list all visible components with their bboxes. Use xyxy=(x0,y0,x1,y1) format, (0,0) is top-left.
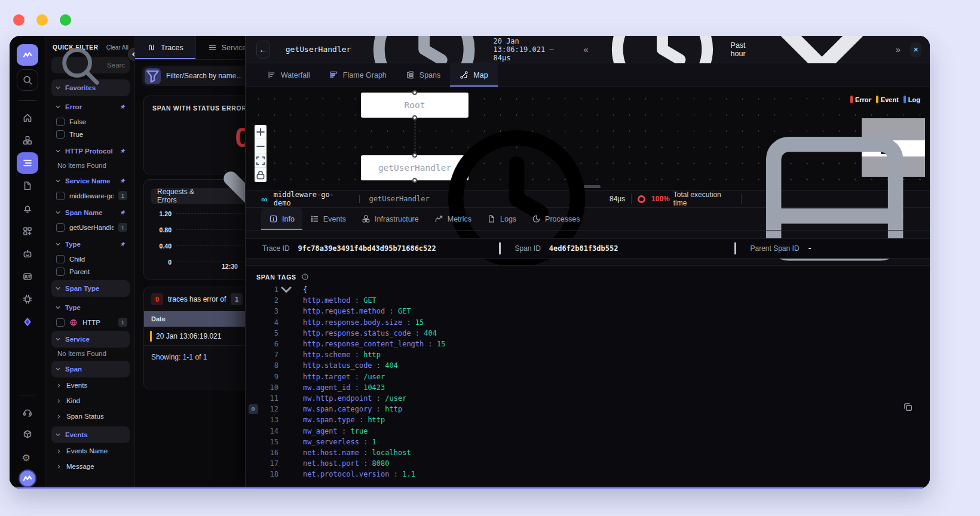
y-axis-tick: 0 xyxy=(151,259,172,266)
rail-divider xyxy=(19,395,36,395)
filter-group-http-protocol[interactable]: HTTP Protocol xyxy=(51,143,130,159)
service-name[interactable]: middleware-go-demo xyxy=(274,191,350,207)
checkbox[interactable] xyxy=(56,318,65,327)
filter-search-input[interactable] xyxy=(107,62,125,69)
pin-icon[interactable] xyxy=(120,148,126,155)
lock-button[interactable] xyxy=(255,168,267,182)
zoom-in-button[interactable] xyxy=(255,125,267,139)
fit-view-button[interactable] xyxy=(255,153,267,168)
code-line: 3http.request.method : GET xyxy=(246,306,930,317)
gear-icon[interactable]: ⚙ xyxy=(249,404,258,414)
tab-infrastructure[interactable]: Infrastructure xyxy=(354,208,427,230)
rail-item-install[interactable] xyxy=(17,424,38,446)
filter-group-span[interactable]: Span xyxy=(51,361,130,377)
tab-events[interactable]: Events xyxy=(302,208,354,230)
filter-subgroup-kind[interactable]: Kind xyxy=(51,393,130,408)
id-label: Parent Span ID xyxy=(751,244,800,253)
checkbox[interactable] xyxy=(56,223,65,232)
zoom-out-button[interactable] xyxy=(255,139,267,153)
copy-icon[interactable] xyxy=(903,402,913,412)
clear-all-button[interactable]: Clear All xyxy=(106,44,128,51)
filter-group-span-type[interactable]: Span Type xyxy=(51,280,130,297)
rail-item-search[interactable] xyxy=(17,69,38,91)
tab-metrics[interactable]: Metrics xyxy=(427,208,479,230)
rail-item-ai[interactable] xyxy=(17,311,38,333)
pin-icon[interactable] xyxy=(120,241,126,248)
minimize-window-button[interactable] xyxy=(36,14,48,26)
pin-icon[interactable] xyxy=(120,104,126,110)
tag-value: 404 xyxy=(385,361,398,370)
rail-item-account[interactable] xyxy=(19,469,36,487)
tab-label: Flame Graph xyxy=(343,71,387,79)
filter-subgroup-span-status[interactable]: Span Status xyxy=(51,408,130,424)
tab-logs[interactable]: Logs xyxy=(479,208,524,230)
filter-group-span-name[interactable]: Span Name xyxy=(51,204,130,221)
next-trace-button[interactable]: » xyxy=(895,44,902,54)
tag-key: mw_agent xyxy=(303,427,338,435)
info-icon[interactable] xyxy=(301,273,309,281)
rail-item-assistant[interactable] xyxy=(17,243,38,265)
rail-item-settings[interactable]: ⚙ xyxy=(17,447,38,468)
rail-item-home[interactable] xyxy=(17,107,38,128)
filter-search[interactable] xyxy=(51,57,130,73)
tab-processes[interactable]: Processes xyxy=(524,208,587,230)
filter-group-events[interactable]: Events xyxy=(51,426,130,443)
line-number: 1 xyxy=(246,285,278,294)
line-number: 2 xyxy=(246,296,278,305)
filter-group-error[interactable]: Error xyxy=(51,99,130,115)
rail-item-traces[interactable] xyxy=(17,152,38,174)
tab-spans[interactable]: Spans xyxy=(396,63,450,87)
legend-swatch xyxy=(876,96,878,103)
filter-group-type[interactable]: Type xyxy=(51,299,130,316)
checkbox[interactable] xyxy=(56,130,65,139)
pin-icon[interactable] xyxy=(120,210,126,216)
id-value[interactable]: - xyxy=(808,244,812,253)
filter-subgroup-events[interactable]: Events xyxy=(51,377,130,393)
code-content: http.request.method : GET xyxy=(303,307,411,315)
collapse-panel-button[interactable] xyxy=(128,48,135,61)
tab-map[interactable]: Map xyxy=(450,63,497,87)
tab-flame-graph[interactable]: Flame Graph xyxy=(320,63,396,87)
back-button[interactable]: ← xyxy=(256,41,270,59)
rail-item-support[interactable] xyxy=(17,401,38,423)
panel-layout-icon[interactable] xyxy=(748,112,921,285)
tab-traces[interactable]: Traces xyxy=(135,36,196,59)
rail-item-alerts[interactable] xyxy=(17,198,38,219)
rail-item-infrastructure[interactable] xyxy=(17,288,38,310)
rail-item-dashboards[interactable] xyxy=(17,220,38,242)
checkbox[interactable] xyxy=(56,255,65,263)
id-value[interactable]: 4ed6f2b81f3db552 xyxy=(549,244,618,253)
pin-icon[interactable] xyxy=(120,178,126,185)
rail-item-logo[interactable] xyxy=(17,44,38,66)
prev-trace-button[interactable]: « xyxy=(582,44,589,54)
zoom-window-button[interactable] xyxy=(60,14,71,26)
close-window-button[interactable] xyxy=(13,14,24,26)
filter-group-service[interactable]: Service xyxy=(51,331,130,348)
checkbox[interactable] xyxy=(56,192,65,200)
filter-subgroup-message[interactable]: Message xyxy=(51,459,130,474)
rail-item-logs[interactable] xyxy=(17,175,38,196)
close-button[interactable]: × xyxy=(910,42,921,57)
id-value[interactable]: 9fc78a39e3491f4bd43d95b71686c522 xyxy=(298,244,436,253)
mapicon-icon xyxy=(460,70,468,79)
nav-rail: ⚙ xyxy=(10,36,45,489)
node-handle xyxy=(412,178,417,183)
tag-value: http xyxy=(368,416,385,424)
tab-label: Traces xyxy=(161,44,183,52)
window-bottom-accent xyxy=(10,487,930,489)
tab-info[interactable]: Info xyxy=(261,208,302,230)
rail-item-services[interactable] xyxy=(17,130,38,151)
filter-option-count: 1 xyxy=(118,318,127,327)
rail-item-sessions[interactable] xyxy=(17,266,38,287)
filter-group-service-name[interactable]: Service Name xyxy=(51,173,130,189)
filter-group-type[interactable]: Type xyxy=(51,236,130,253)
checkbox[interactable] xyxy=(56,118,65,126)
code-content: http.status_code : 404 xyxy=(303,361,398,370)
filter-subgroup-events-name[interactable]: Events Name xyxy=(51,443,130,459)
divider xyxy=(351,44,351,55)
checkbox[interactable] xyxy=(56,268,65,276)
line-number: 17 xyxy=(246,459,278,468)
funnel-icon xyxy=(145,68,161,84)
span-name[interactable]: getUserHandler xyxy=(369,195,430,203)
tab-waterfall[interactable]: Waterfall xyxy=(258,63,320,87)
